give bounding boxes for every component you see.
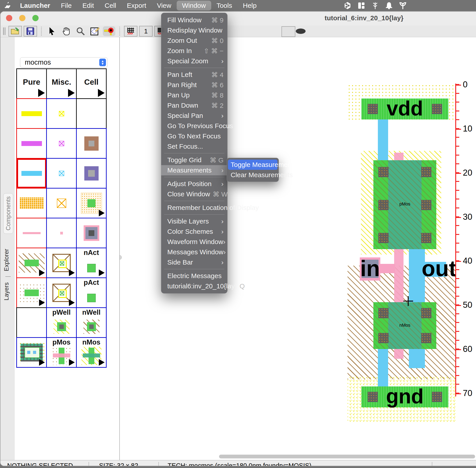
- menu-item-waveform-window[interactable]: Waveform Window›: [161, 237, 228, 247]
- menu-item-color-schemes[interactable]: Color Schemes›: [161, 226, 228, 237]
- open-file-button[interactable]: [8, 26, 22, 37]
- palette-cell-cyan-bar[interactable]: [16, 158, 47, 189]
- menu-item-side-bar[interactable]: Side Bar›: [161, 257, 228, 267]
- menu-item-pan-right[interactable]: Pan Right⌘ 6: [161, 80, 228, 90]
- horizontal-scrollbar[interactable]: [219, 455, 475, 458]
- zoom-tool-button[interactable]: [74, 26, 87, 36]
- title-bar[interactable]: tutorial_6:inv_20_10{lay}: [0, 12, 476, 26]
- palette-cell-device-swatch[interactable]: [16, 337, 47, 368]
- share-node-icon[interactable]: [343, 1, 352, 10]
- menu-item-pan-down[interactable]: Pan Down⌘ 2: [161, 100, 228, 111]
- palette-header-cell[interactable]: Cell: [76, 68, 107, 99]
- hidden-tool-box[interactable]: [281, 26, 295, 37]
- menu-bar-item-tools[interactable]: Tools: [211, 1, 238, 11]
- menu-item-special-pan[interactable]: Special Pan›: [161, 111, 228, 121]
- palette-cell-via-square[interactable]: [76, 218, 107, 248]
- menu-bar-item-launcher[interactable]: Launcher: [15, 1, 56, 11]
- palette-cell-violet-xbox[interactable]: [46, 128, 77, 159]
- toolbar-separator: [119, 27, 120, 36]
- grid-level-indicator[interactable]: 1: [139, 26, 153, 37]
- submenu-arrow-icon: ›: [223, 238, 226, 246]
- menu-item-go-to-next-focus[interactable]: Go To Next Focus: [161, 131, 228, 141]
- menu-item-electric-messages[interactable]: Electric Messages: [161, 271, 228, 281]
- sidebar-tab-explorer[interactable]: Explorer: [3, 245, 12, 276]
- grid-coarser-button[interactable]: >>>: [124, 26, 138, 37]
- palette-cell-purple-square[interactable]: [76, 158, 107, 189]
- save-button[interactable]: [24, 26, 37, 37]
- palette-cell-empty[interactable]: [16, 307, 47, 338]
- plant-icon[interactable]: [371, 1, 379, 10]
- palette-cell-pact[interactable]: pAct: [76, 278, 107, 308]
- menu-item-zoom-in[interactable]: Zoom In⇧ ⌘ −: [161, 46, 228, 56]
- zoom-window-button[interactable]: [32, 15, 39, 21]
- menu-item-close-window[interactable]: Close Window⌘ W: [161, 189, 228, 199]
- close-window-button[interactable]: [6, 15, 12, 21]
- palette-cell-nact[interactable]: nAct: [76, 248, 107, 278]
- palette-cell-act-node-box[interactable]: [46, 248, 77, 278]
- menu-bar-item-help[interactable]: Help: [238, 1, 262, 11]
- palette-cell-pmos[interactable]: pMos: [46, 337, 77, 368]
- palette-cell-brown-square[interactable]: [76, 128, 107, 159]
- palette-cell-nwell[interactable]: nWell: [76, 307, 107, 338]
- menu-item-special-zoom[interactable]: Special Zoom›: [161, 56, 228, 66]
- bell-icon[interactable]: [385, 1, 393, 10]
- apple-menu[interactable]: [0, 1, 15, 11]
- palette-cell-empty[interactable]: [76, 98, 107, 129]
- menu-item-measurements[interactable]: Measurements›: [161, 165, 228, 176]
- menu-item-tutorial6-inv-20-10-lay-[interactable]: tutorial6:inv_20_10{lay}Q: [161, 281, 228, 291]
- gnd-rail: gnd: [361, 386, 448, 407]
- menu-item-pan-up[interactable]: Pan Up⌘ 8: [161, 90, 228, 100]
- palette-cell-violet-bar[interactable]: [16, 128, 47, 159]
- submenu-item-clear-measurements[interactable]: Clear Measurements: [228, 170, 277, 180]
- splitter-handle[interactable]: [120, 255, 122, 260]
- palette-cell-nmos[interactable]: nMos: [76, 337, 107, 368]
- menu-bar-item-edit[interactable]: Edit: [77, 1, 99, 11]
- menu-item-zoom-out[interactable]: Zoom Out⌘ 0: [161, 35, 228, 46]
- up-down-stepper-icon[interactable]: ▲▼: [99, 58, 106, 66]
- measure-tool-button[interactable]: [103, 26, 115, 36]
- palette-cell-nact-swatch[interactable]: [16, 248, 47, 278]
- cursor-tool-button[interactable]: [46, 26, 58, 36]
- palette-cell-orange-block[interactable]: [16, 188, 47, 219]
- leaf-icon[interactable]: [399, 1, 407, 10]
- display-tiles-icon[interactable]: [357, 1, 365, 10]
- menu-item-redisplay-window[interactable]: Redisplay Window: [161, 25, 228, 35]
- menu-item-messages-window[interactable]: Messages Window›: [161, 247, 228, 257]
- palette-cell-pink-bar[interactable]: [16, 218, 47, 248]
- menu-item-remember-location-of-display[interactable]: Remember Location of Display: [161, 203, 228, 213]
- palette-cell-act-node-box[interactable]: [46, 278, 77, 308]
- menu-item-toggle-grid[interactable]: Toggle Grid⌘ G: [161, 155, 228, 165]
- palette-cell-orange-xbox[interactable]: [46, 188, 77, 219]
- palette-cell-pact-swatch[interactable]: [16, 278, 47, 308]
- hidden-tool-oval[interactable]: [296, 29, 306, 34]
- menu-bar-item-cell[interactable]: Cell: [99, 1, 122, 11]
- toolbar-grip[interactable]: [3, 28, 5, 35]
- submenu-item-toggle-measurement-mode[interactable]: Toggle Measurement Mode: [228, 160, 277, 170]
- sidebar-tab-components[interactable]: Components: [3, 193, 13, 234]
- palette-cell-pwell[interactable]: pWell: [46, 307, 77, 338]
- menu-bar-item-file[interactable]: File: [56, 1, 77, 11]
- palette-cell-yellow-xbox[interactable]: [46, 98, 77, 129]
- menu-item-fill-window[interactable]: Fill Window⌘ 9: [161, 15, 228, 25]
- technology-selector[interactable]: mocmos ▲▼: [20, 57, 107, 68]
- edit-select-tool-button[interactable]: [89, 26, 101, 36]
- menu-item-pan-left[interactable]: Pan Left⌘ 4: [161, 70, 228, 80]
- palette-header-pure[interactable]: Pure: [16, 68, 47, 99]
- minimize-window-button[interactable]: [19, 15, 25, 21]
- crosshair-cursor[interactable]: [403, 296, 413, 306]
- palette-cell-yellow-bar[interactable]: [16, 98, 47, 129]
- menu-bar-item-window[interactable]: Window: [177, 1, 211, 11]
- palette-cell-orange-dot-node[interactable]: [76, 188, 107, 219]
- menu-bar-item-export[interactable]: Export: [122, 1, 152, 11]
- sidebar-tab-layers[interactable]: Layers: [3, 280, 12, 302]
- palette-cell-cyan-xbox[interactable]: [46, 158, 77, 189]
- menu-item-set-focus-[interactable]: Set Focus...: [161, 141, 228, 152]
- menu-item-go-to-previous-focus[interactable]: Go To Previous Focus: [161, 121, 228, 131]
- menu-bar-item-view[interactable]: View: [152, 1, 176, 11]
- pan-tool-button[interactable]: [60, 26, 73, 36]
- menu-item-visible-layers[interactable]: Visible Layers›: [161, 216, 228, 226]
- palette-header-misc[interactable]: Misc.: [46, 68, 77, 99]
- palette-cell-pink-xbox[interactable]: [46, 218, 77, 248]
- ruler-unit-label: 0: [463, 80, 468, 89]
- menu-item-adjust-position[interactable]: Adjust Position›: [161, 179, 228, 189]
